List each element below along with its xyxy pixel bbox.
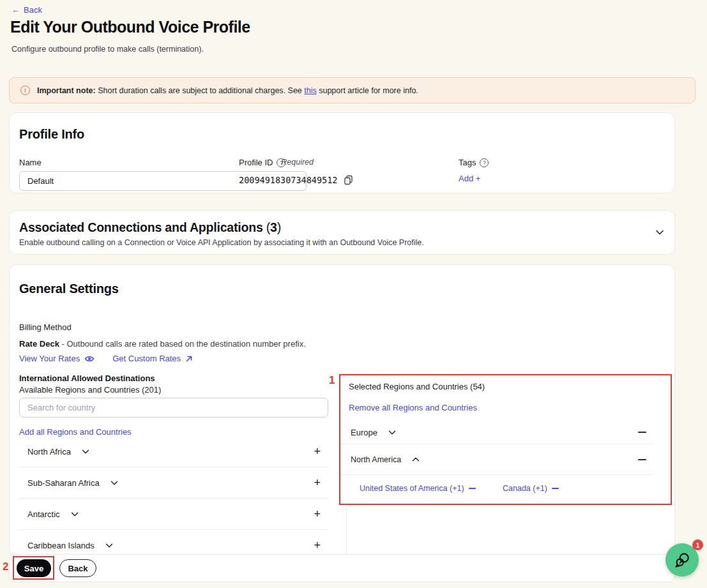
eye-icon <box>84 355 95 363</box>
remove-region-button[interactable] <box>638 459 646 460</box>
associated-heading: Associated Connections and Applications … <box>19 220 281 235</box>
tags-help-icon[interactable]: ? <box>480 158 489 167</box>
external-arrow-icon <box>185 355 193 363</box>
country-label: Canada (+1) <box>503 484 547 493</box>
page-title: Edit Your Outbound Voice Profile <box>10 18 250 36</box>
available-region-row-sub-saharan-africa: Sub-Saharan Africa + <box>19 467 328 499</box>
tags-label: Tags ? <box>459 158 489 167</box>
chevron-up-icon[interactable] <box>412 456 420 462</box>
associated-paren-close: ) <box>277 220 281 234</box>
remove-country-icon[interactable] <box>552 488 559 489</box>
region-name: North Africa <box>27 447 71 456</box>
chevron-down-icon[interactable] <box>388 430 396 435</box>
region-name: Antarctic <box>27 509 60 519</box>
selected-countries-row: United States of America (+1) Canada (+1… <box>349 475 663 504</box>
region-name: Sub-Saharan Africa <box>27 478 100 488</box>
save-button[interactable]: Save <box>17 559 51 577</box>
banner-bold-text: Important note: <box>37 86 96 95</box>
rate-deck-bold: Rate Deck <box>19 339 59 349</box>
back-link-label: Back <box>24 5 42 15</box>
available-region-row-caribbean-islands: Caribbean Islands + <box>19 530 328 555</box>
footer-bar: Save Back <box>9 554 675 582</box>
get-custom-rates-link[interactable]: Get Custom Rates <box>112 354 193 363</box>
selected-regions-heading: Selected Regions and Countries (54) <box>349 382 485 391</box>
general-settings-card: General Settings Billing Method Rate Dec… <box>9 264 675 555</box>
general-settings-heading: General Settings <box>19 282 119 296</box>
add-region-button[interactable]: + <box>314 477 321 488</box>
view-your-rates-label: View Your Rates <box>19 354 80 363</box>
required-label: Required <box>281 158 314 167</box>
remove-all-regions-link[interactable]: Remove all Regions and Countries <box>349 403 477 412</box>
chat-bubbles-icon <box>673 551 691 569</box>
region-name: Europe <box>351 428 377 437</box>
back-arrow-icon: ← <box>11 5 20 15</box>
chevron-down-icon[interactable] <box>71 511 79 517</box>
page-subtitle: Configure outbound profile to make calls… <box>11 45 204 54</box>
annotation-number-1: 1 <box>329 374 335 387</box>
add-region-button[interactable]: + <box>314 508 321 520</box>
alert-icon: ! <box>20 86 30 95</box>
associated-connections-card: Associated Connections and Applications … <box>9 210 675 255</box>
available-region-row-antarctic: Antarctic + <box>19 499 328 530</box>
profile-info-heading: Profile Info <box>19 127 84 142</box>
remove-region-button[interactable] <box>638 432 646 433</box>
chat-notification-badge: 1 <box>692 539 703 550</box>
country-link-usa[interactable]: United States of America (+1) <box>360 484 476 493</box>
rate-deck-text: - Outbound calls are rated based on the … <box>59 339 306 349</box>
region-name: Caribbean Islands <box>27 541 95 550</box>
tags-label-text: Tags <box>459 158 476 167</box>
get-custom-rates-label: Get Custom Rates <box>112 354 181 363</box>
banner-text-after-link: support article for more info. <box>317 86 418 95</box>
tags-add-button[interactable]: Add + <box>459 174 480 183</box>
add-all-regions-link[interactable]: Add all Regions and Countries <box>19 427 132 437</box>
available-regions-count-label: Available Regions and Countries (201) <box>19 385 161 395</box>
selected-region-row-north-america: North America <box>340 444 654 475</box>
billing-method-label: Billing Method <box>19 322 72 332</box>
back-button[interactable]: Back <box>59 559 96 577</box>
add-region-button[interactable]: + <box>314 446 321 457</box>
profile-id-label: Profile ID ? <box>239 158 285 167</box>
associated-heading-text: Associated Connections and Applications <box>19 220 266 234</box>
region-name: North America <box>351 455 401 464</box>
rates-links-row: View Your Rates Get Custom Rates <box>19 354 193 363</box>
international-destinations-heading: International Allowed Destinations <box>19 373 155 383</box>
rate-deck-line: Rate Deck - Outbound calls are rated bas… <box>19 339 306 349</box>
banner-text-before-link: Short duration calls are subject to addi… <box>96 86 305 95</box>
country-label: United States of America (+1) <box>360 484 464 493</box>
chevron-down-icon[interactable] <box>110 480 118 486</box>
profile-id-label-text: Profile ID <box>239 158 273 167</box>
column-divider <box>346 506 347 555</box>
profile-id-help-icon[interactable]: ? <box>277 158 285 167</box>
selected-region-row-europe: Europe <box>340 421 654 444</box>
important-note-banner: ! Important note: Short duration calls a… <box>9 77 696 103</box>
available-region-row-north-africa: North Africa + <box>19 436 328 467</box>
add-region-button[interactable]: + <box>314 539 321 551</box>
associated-expand-chevron-icon[interactable] <box>655 229 664 236</box>
chevron-down-icon[interactable] <box>105 543 113 548</box>
edit-outbound-voice-profile-page: ← Back Edit Your Outbound Voice Profile … <box>0 0 707 588</box>
country-link-canada[interactable]: Canada (+1) <box>503 484 559 493</box>
associated-count: 3 <box>270 220 277 234</box>
chevron-down-icon[interactable] <box>82 449 89 455</box>
back-link[interactable]: ← Back <box>11 5 42 15</box>
profile-info-card: Profile Info Name Required Profile ID ? … <box>9 112 675 193</box>
profile-id-value: 2009491830734849512 <box>239 175 337 185</box>
copy-icon[interactable] <box>344 175 353 185</box>
remove-country-icon[interactable] <box>469 488 476 489</box>
associated-subtitle: Enable outbound calling on a Connection … <box>19 238 424 247</box>
name-label: Name <box>19 158 42 167</box>
country-search-input[interactable] <box>19 398 328 418</box>
profile-id-value-row: 2009491830734849512 <box>239 175 353 185</box>
view-your-rates-link[interactable]: View Your Rates <box>19 354 95 363</box>
annotation-number-2: 2 <box>3 561 8 573</box>
support-article-link[interactable]: this <box>304 86 316 95</box>
banner-text: Important note: Short duration calls are… <box>37 86 418 95</box>
